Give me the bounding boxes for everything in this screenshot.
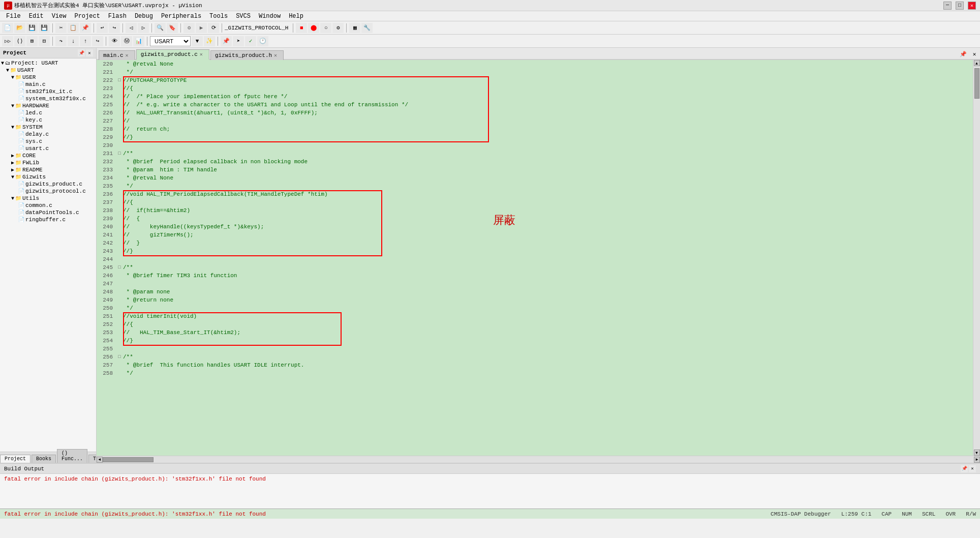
menu-tools[interactable]: Tools <box>205 12 232 21</box>
step-in-button[interactable]: ↓ <box>68 36 79 46</box>
scroll-down-button[interactable]: ▼ <box>974 450 980 456</box>
bookmark-button[interactable]: 🔖 <box>167 23 178 33</box>
h-scroll-left[interactable]: ◄ <box>97 457 103 463</box>
sidebar-pin-button[interactable]: 📌 <box>78 49 85 56</box>
tree-project[interactable]: ▼ 🗂 Project: USART <box>0 59 96 67</box>
tree-user[interactable]: ▼ 📁 USER <box>0 74 96 81</box>
undo-button[interactable]: ↩ <box>97 23 108 33</box>
debug4-button[interactable]: ⊟ <box>39 36 50 46</box>
breakpoint-button[interactable]: ⬤ <box>308 23 319 33</box>
tree-key[interactable]: 📄 key.c <box>0 116 96 124</box>
menu-project[interactable]: Project <box>70 12 104 21</box>
scroll-up-button[interactable]: ▲ <box>974 60 980 66</box>
compile-button[interactable]: ⚙ <box>183 23 195 33</box>
clock-button[interactable]: 🕐 <box>257 36 268 46</box>
build-close-button[interactable]: ✕ <box>969 465 976 472</box>
build-pin-button[interactable]: 📌 <box>961 465 968 472</box>
maximize-button[interactable]: □ <box>956 2 964 10</box>
tree-usart[interactable]: ▼ 📁 USART <box>0 67 96 74</box>
tab-func[interactable]: () Func... <box>57 449 87 463</box>
tree-delay[interactable]: 📄 delay.c <box>0 131 96 138</box>
settings-button[interactable]: ⚙ <box>332 23 344 33</box>
tree-hardware[interactable]: ▼ 📁 HARDWARE <box>0 102 96 109</box>
tab-gizwits-product-c-close[interactable]: ✕ <box>200 51 203 57</box>
clear-bp-button[interactable]: ○ <box>320 23 331 33</box>
rebuild-button[interactable]: ⟳ <box>208 23 219 33</box>
scrollbar-thumb[interactable] <box>974 68 979 99</box>
tree-usart-c[interactable]: 📄 usart.c <box>0 145 96 152</box>
tree-stm32-it[interactable]: 📄 stm32f10x_it.c <box>0 88 96 95</box>
tab-gizwits-product-h[interactable]: gizwits_product.h ✕ <box>210 50 284 60</box>
tree-fwlib[interactable]: ▶ 📁 FWLib <box>0 159 96 166</box>
expand-button[interactable]: ▼ <box>192 36 203 46</box>
paste-button[interactable]: 📌 <box>80 23 91 33</box>
open-button[interactable]: 📂 <box>14 23 25 33</box>
mem-button[interactable]: Ⓜ <box>121 36 132 46</box>
tree-ringbuffer[interactable]: 📄 ringbuffer.c <box>0 216 96 223</box>
magic-button[interactable]: ✨ <box>204 36 215 46</box>
tree-utils[interactable]: ▼ 📁 Utils <box>0 195 96 202</box>
tree-common[interactable]: 📄 common.c <box>0 202 96 209</box>
editor-right-scroll[interactable]: ▲ ▼ <box>973 60 980 456</box>
tree-gizwits-protocol[interactable]: 📄 gizwits_protocol.c <box>0 188 96 195</box>
tree-core[interactable]: ▶ 📁 CORE <box>0 152 96 159</box>
menu-edit[interactable]: Edit <box>25 12 48 21</box>
tab-pin-button[interactable]: 📌 <box>958 49 969 59</box>
tree-readme[interactable]: ▶ 📁 README <box>0 166 96 173</box>
build-button[interactable]: ▶ <box>196 23 207 33</box>
h-scroll-right[interactable]: ► <box>974 457 980 463</box>
debug2-button[interactable]: ⟨⟩ <box>14 36 25 46</box>
h-scrollbar[interactable]: ◄ ► <box>97 456 980 463</box>
tree-system[interactable]: 📄 system_stm32f10x.c <box>0 95 96 102</box>
step-over-button[interactable]: ↷ <box>55 36 67 46</box>
tree-datapoint[interactable]: 📄 dataPointTools.c <box>0 209 96 216</box>
perf-button[interactable]: 📊 <box>133 36 144 46</box>
tree-main-c[interactable]: 📄 main.c <box>0 81 96 88</box>
tab-main-c[interactable]: main.c ✕ <box>99 50 135 60</box>
menu-svcs[interactable]: SVCS <box>232 12 255 21</box>
copy-button[interactable]: 📋 <box>68 23 79 33</box>
debug3-button[interactable]: ⊞ <box>26 36 38 46</box>
tab-project[interactable]: Project <box>0 455 30 463</box>
menu-peripherals[interactable]: Peripherals <box>157 12 205 21</box>
new-file-button[interactable]: 📄 <box>2 23 13 33</box>
tab-books[interactable]: Books <box>32 455 56 463</box>
tree-system-folder[interactable]: ▼ 📁 SYSTEM <box>0 124 96 131</box>
sidebar-close-button[interactable]: ✕ <box>86 49 93 56</box>
tree-led[interactable]: 📄 led.c <box>0 109 96 116</box>
target-select[interactable]: USART <box>150 36 191 46</box>
save-button[interactable]: 💾 <box>26 23 38 33</box>
arrow-button[interactable]: ➤ <box>233 36 244 46</box>
tab-temp[interactable]: Temp... <box>88 455 97 463</box>
save-all-button[interactable]: 💾 <box>39 23 50 33</box>
menu-view[interactable]: View <box>48 12 71 21</box>
cut-button[interactable]: ✂ <box>55 23 67 33</box>
config-button[interactable]: 🔧 <box>361 23 373 33</box>
tab-gizwits-product-h-close[interactable]: ✕ <box>274 52 277 58</box>
tree-gizwits-product[interactable]: 📄 gizwits_product.c <box>0 181 96 188</box>
redo-button[interactable]: ↪ <box>109 23 120 33</box>
tree-gizwits[interactable]: ▼ 📁 Gizwits <box>0 173 96 181</box>
run-cursor-button[interactable]: ↪ <box>92 36 103 46</box>
h-scrollbar-thumb[interactable] <box>103 457 154 462</box>
pin-button[interactable]: 📌 <box>221 36 232 46</box>
check-button[interactable]: ✓ <box>245 36 256 46</box>
menu-help[interactable]: Help <box>285 12 308 21</box>
watch-button[interactable]: 👁 <box>109 36 120 46</box>
grid-button[interactable]: ▦ <box>349 23 360 33</box>
menu-debug[interactable]: Debug <box>131 12 157 21</box>
stop-button[interactable]: ■ <box>296 23 307 33</box>
close-button[interactable]: ✕ <box>968 2 976 10</box>
step-out-button[interactable]: ↑ <box>80 36 91 46</box>
menu-flash[interactable]: Flash <box>104 12 131 21</box>
find-button[interactable]: 🔍 <box>155 23 166 33</box>
menu-file[interactable]: File <box>2 12 25 21</box>
debug-start-button[interactable]: ▷▷ <box>2 36 13 46</box>
nav-fwd-button[interactable]: ▷ <box>138 23 149 33</box>
nav-back-button[interactable]: ◁ <box>126 23 137 33</box>
tab-main-c-close[interactable]: ✕ <box>126 52 129 58</box>
tab-gizwits-product-c[interactable]: gizwits_product.c ✕ <box>136 49 209 60</box>
tree-sys[interactable]: 📄 sys.c <box>0 138 96 145</box>
menu-window[interactable]: Window <box>255 12 285 21</box>
tab-close-button[interactable]: ✕ <box>969 49 980 59</box>
